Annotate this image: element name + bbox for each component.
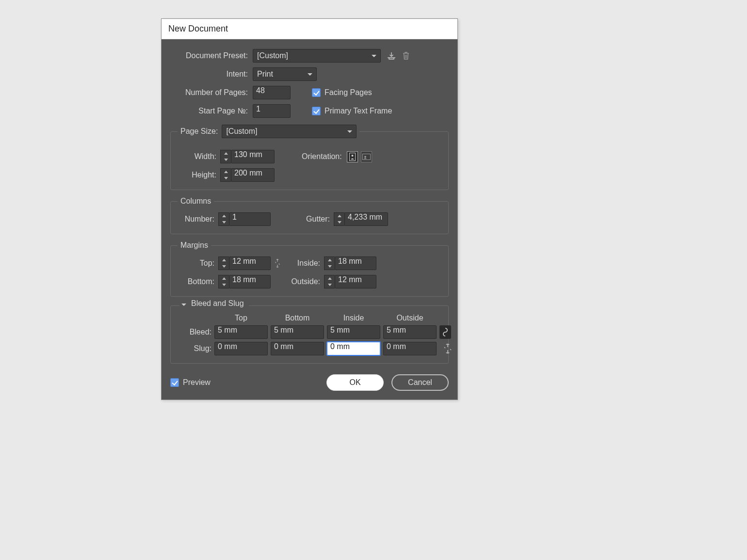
orientation-portrait-button[interactable]	[347, 151, 358, 162]
bleed-slug-legend: Bleed and Slug	[191, 299, 244, 308]
bleed-slug-toggle[interactable]	[181, 299, 186, 308]
bleed-bottom-input[interactable]: 5 mm	[271, 325, 324, 339]
start-page-input[interactable]: 1	[253, 104, 291, 118]
columns-number-label: Number:	[178, 215, 214, 224]
header-bottom: Bottom	[271, 314, 324, 322]
columns-number-stepper[interactable]	[218, 212, 229, 226]
link-broken-icon[interactable]	[274, 258, 281, 268]
landscape-icon	[362, 154, 371, 160]
margin-top-input[interactable]: 12 mm	[229, 256, 271, 270]
columns-legend: Columns	[180, 197, 211, 205]
dialog-title: New Document	[162, 19, 457, 39]
svg-point-1	[351, 155, 353, 157]
portrait-icon	[349, 153, 356, 161]
page-size-value: [Custom]	[226, 127, 257, 136]
margin-inside-stepper[interactable]	[324, 256, 335, 270]
height-input[interactable]: 200 mm	[231, 168, 275, 182]
margin-inside-input[interactable]: 18 mm	[335, 256, 376, 270]
margin-outside-label: Outside:	[284, 277, 320, 286]
width-label: Width:	[178, 152, 216, 161]
pages-number-label: Number of Pages:	[170, 88, 248, 97]
width-input[interactable]: 130 mm	[231, 150, 275, 163]
facing-pages-checkbox[interactable]	[312, 88, 321, 97]
slug-outside-input[interactable]: 0 mm	[383, 342, 437, 355]
margin-outside-stepper[interactable]	[324, 275, 335, 288]
slug-label: Slug:	[178, 344, 211, 353]
gutter-input[interactable]: 4,233 mm	[344, 212, 388, 226]
header-outside: Outside	[383, 314, 437, 322]
link-broken-icon[interactable]	[444, 344, 452, 353]
delete-preset-button[interactable]	[400, 50, 412, 61]
start-page-label: Start Page №:	[170, 107, 248, 115]
intent-label: Intent:	[170, 70, 248, 79]
primary-text-frame-label: Primary Text Frame	[325, 107, 392, 115]
chevron-down-icon	[372, 55, 376, 57]
margin-bottom-stepper[interactable]	[218, 275, 229, 288]
header-top: Top	[214, 314, 268, 322]
pages-number-input[interactable]: 48	[253, 86, 291, 99]
preview-checkbox[interactable]	[170, 378, 179, 387]
chevron-down-icon	[347, 130, 352, 133]
slug-top-input[interactable]: 0 mm	[214, 342, 268, 355]
slug-bottom-input[interactable]: 0 mm	[271, 342, 324, 355]
margin-bottom-label: Bottom:	[178, 277, 214, 286]
orientation-label: Orientation:	[302, 152, 342, 161]
facing-pages-label: Facing Pages	[325, 88, 372, 97]
margin-outside-input[interactable]: 12 mm	[335, 275, 376, 288]
cancel-button[interactable]: Cancel	[391, 374, 449, 391]
bleed-link-toggle[interactable]	[439, 325, 451, 339]
orientation-landscape-button[interactable]	[361, 151, 372, 162]
preview-label: Preview	[183, 378, 211, 387]
width-stepper[interactable]	[220, 150, 231, 163]
svg-point-3	[364, 156, 366, 158]
svg-rect-0	[349, 153, 355, 160]
header-inside: Inside	[327, 314, 380, 322]
columns-number-input[interactable]: 1	[229, 212, 271, 226]
height-label: Height:	[178, 171, 216, 179]
page-size-legend: Page Size:	[180, 127, 218, 136]
gutter-label: Gutter:	[297, 215, 330, 224]
document-preset-value: [Custom]	[257, 51, 288, 60]
bleed-inside-input[interactable]: 5 mm	[327, 325, 380, 339]
document-preset-select[interactable]: [Custom]	[253, 49, 381, 63]
new-document-dialog: New Document Document Preset: [Custom]	[161, 18, 458, 400]
page-size-select[interactable]: [Custom]	[222, 125, 357, 138]
save-preset-icon	[387, 52, 396, 60]
bleed-top-input[interactable]: 5 mm	[214, 325, 268, 339]
ok-button[interactable]: OK	[326, 374, 384, 391]
gutter-stepper[interactable]	[334, 212, 344, 226]
margin-top-stepper[interactable]	[218, 256, 229, 270]
link-icon	[442, 328, 448, 336]
margin-top-label: Top:	[178, 259, 214, 268]
bleed-label: Bleed:	[178, 328, 211, 336]
save-preset-button[interactable]	[386, 50, 397, 61]
margins-legend: Margins	[180, 241, 208, 249]
margin-inside-label: Inside:	[284, 259, 320, 268]
margin-bottom-input[interactable]: 18 mm	[229, 275, 271, 288]
document-preset-label: Document Preset:	[170, 51, 248, 60]
chevron-down-icon	[308, 73, 312, 76]
slug-inside-input[interactable]: 0 mm	[327, 342, 380, 355]
intent-value: Print	[257, 70, 273, 79]
intent-select[interactable]: Print	[253, 67, 317, 81]
primary-text-frame-checkbox[interactable]	[312, 107, 321, 115]
trash-icon	[402, 51, 410, 60]
bleed-outside-input[interactable]: 5 mm	[383, 325, 437, 339]
height-stepper[interactable]	[220, 168, 231, 182]
